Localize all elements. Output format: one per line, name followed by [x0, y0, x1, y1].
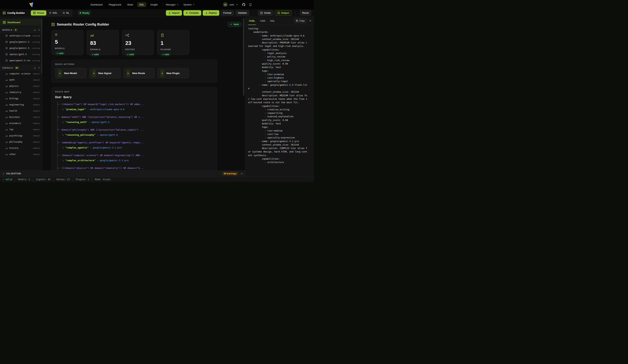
- app-window: DashboardPlaygroundBrainDSLInsight Manag…: [0, 0, 314, 182]
- validate-button[interactable]: Validate: [235, 10, 249, 16]
- route-node[interactable]: ├─(domain("computer science") OR domain(…: [58, 153, 214, 162]
- sidebar-item-physics[interactable]: physicsdomain: [0, 83, 42, 89]
- output-tab-dsl[interactable]: DSL: [270, 17, 275, 25]
- sidebar-item-qwen-qwen3-5-rocm[interactable]: qwen/qwen3.5-rocmcatalog: [0, 58, 42, 64]
- device-icon[interactable]: [249, 3, 252, 6]
- new-model-button[interactable]: +New Model: [55, 68, 86, 78]
- output-toggle-button[interactable]: Output: [275, 10, 292, 16]
- nav-dropdown-system[interactable]: System: [183, 3, 195, 6]
- import-button[interactable]: Import: [166, 10, 182, 16]
- sidebar-item-history[interactable]: historydomain: [0, 145, 42, 151]
- sidebar-item-anthropic-claude-[interactable]: anthropic/claude…catalog: [0, 33, 42, 39]
- guide-button[interactable]: Guide: [258, 10, 273, 16]
- output-tab-crd[interactable]: CRD: [260, 17, 265, 25]
- bars-icon: [5, 153, 8, 155]
- brand-logo-icon[interactable]: [29, 2, 34, 7]
- avatar[interactable]: co: [223, 2, 228, 7]
- route-node[interactable]: ├─(((domain("physics") OR domain("chemis…: [58, 166, 214, 170]
- main-content: Semantic Router Config Builder ✓ Valid 5…: [42, 17, 245, 170]
- main-scrollbar[interactable]: [243, 18, 244, 96]
- sidebar-item-tag: catalog: [32, 53, 40, 56]
- nav-link-brain[interactable]: Brain: [125, 2, 135, 7]
- sidebar-item-engineering[interactable]: engineeringdomain: [0, 102, 42, 108]
- nav-link-dsl[interactable]: DSL: [137, 2, 146, 7]
- route-node[interactable]: ├─(embedding("agentic_workflows") OR key…: [58, 141, 214, 149]
- sidebar-item-psychology[interactable]: psychologydomain: [0, 133, 42, 139]
- output-tab-yaml[interactable]: YAML: [249, 17, 255, 25]
- sidebar-item-tag: catalog: [32, 47, 40, 49]
- github-icon[interactable]: [242, 3, 245, 6]
- stat-label: PLUGINS: [160, 48, 186, 51]
- copy-button[interactable]: Copy: [294, 18, 307, 23]
- sidebar-item-tag: domain: [33, 73, 40, 75]
- nav-dropdown-manager[interactable]: Manager: [166, 3, 179, 6]
- route-model: openai/gpt5.4: [100, 133, 118, 137]
- stat-valid-badge: ✓ valid: [125, 53, 135, 56]
- reset-button[interactable]: Reset: [300, 10, 311, 16]
- route-node[interactable]: ├─((domain("law") OR keyword("legal_risk…: [58, 102, 214, 111]
- add-signals-button[interactable]: +: [33, 66, 36, 70]
- route-name: "complex_agentic": [65, 146, 89, 149]
- nav-dropdown-label: Manager: [166, 3, 175, 6]
- output-panel: YAMLCRDDSL Copy ✕ routing: modelCards: -…: [245, 17, 314, 177]
- sidebar-scrollbar[interactable]: [41, 19, 42, 74]
- nav-link-insight[interactable]: Insight: [148, 2, 160, 7]
- new-route-button[interactable]: +New Route: [123, 68, 155, 78]
- nav-dropdowns: ManagerSystem: [166, 3, 195, 6]
- elbow-arrow-icon: ↳: [62, 133, 64, 137]
- collapse-chevron-icon[interactable]: [38, 29, 40, 31]
- plus-icon: +: [126, 70, 130, 77]
- sidebar-item-economics[interactable]: economicsdomain: [0, 120, 42, 126]
- sidebar-item-health[interactable]: healthdomain: [0, 108, 42, 114]
- user-name[interactable]: core: [229, 3, 234, 6]
- sidebar-item-label: history: [9, 147, 31, 149]
- nav-link-playground[interactable]: Playground: [107, 2, 123, 7]
- sidebar-item-biology[interactable]: biologydomain: [0, 95, 42, 102]
- sidebar-item-label: law: [9, 128, 31, 131]
- sidebar-item-dashboard[interactable]: Dashboard: [0, 19, 42, 26]
- add-models-button[interactable]: +: [33, 28, 36, 32]
- validation-chevron-down-icon[interactable]: [241, 173, 243, 174]
- arrow-icon: →: [89, 120, 90, 124]
- sidebar-item-tag: domain: [33, 153, 40, 155]
- sidebar-item-business[interactable]: businessdomain: [0, 114, 42, 120]
- route-name: "complex_architecture": [65, 159, 96, 162]
- sidebar-item-google-gemini-2-[interactable]: google/gemini-2.…catalog: [0, 39, 42, 45]
- compile-button[interactable]: Compile: [183, 10, 201, 16]
- sidebar-item-label: business: [9, 116, 31, 118]
- copy-icon: [296, 20, 298, 22]
- yaml-viewer[interactable]: routing: modelCards: - name: anthropic/c…: [245, 25, 314, 177]
- route-node[interactable]: ├─domain("philosophy") AND (((projection…: [58, 128, 214, 137]
- route-map-root: User Query: [55, 96, 214, 99]
- chevron-down-icon: [193, 4, 195, 5]
- grid-icon: [51, 23, 55, 26]
- bars-icon: [5, 110, 8, 112]
- close-output-icon[interactable]: ✕: [309, 19, 312, 22]
- builder-title-label: Config Builder: [7, 11, 25, 14]
- nav-link-dashboard[interactable]: Dashboard: [88, 2, 105, 7]
- sidebar-item-other[interactable]: otherdomain: [0, 151, 42, 157]
- deploy-button[interactable]: Deploy: [203, 10, 219, 16]
- route-node[interactable]: ├─domain("math") AND ((projection("balan…: [58, 115, 214, 124]
- new-signal-button[interactable]: +New Signal: [89, 68, 121, 78]
- sidebar-item-openai-gpt5-4[interactable]: openai/gpt5.4catalog: [0, 51, 42, 58]
- collapse-chevron-icon[interactable]: [38, 67, 40, 69]
- sidebar-item-label: computer science: [9, 73, 31, 75]
- new-plugin-button[interactable]: +New Plugin: [157, 68, 189, 78]
- sidebar-item-math[interactable]: mathdomain: [0, 77, 42, 83]
- stat-value: 83: [90, 40, 115, 46]
- validation-bar[interactable]: ✓ VALIDATION 89 warnings: [0, 170, 245, 177]
- format-button[interactable]: Format: [221, 10, 234, 16]
- route-condition: (embedding("agentic_workflows") OR keywo…: [62, 141, 144, 144]
- sidebar-item-computer-science[interactable]: computer sciencedomain: [0, 71, 42, 77]
- guide-book-icon: [260, 12, 263, 14]
- sidebar-item-law[interactable]: lawdomain: [0, 126, 42, 133]
- mode-tab-nl[interactable]: NL: [60, 10, 72, 15]
- mode-tab-dsl[interactable]: DSL: [47, 10, 60, 15]
- user-chevron-down-icon[interactable]: [236, 4, 238, 5]
- mode-tab-visual[interactable]: Visual: [31, 10, 46, 15]
- sidebar-item-philosophy[interactable]: philosophydomain: [0, 139, 42, 145]
- sidebar-item-chemistry[interactable]: chemistrydomain: [0, 89, 42, 95]
- sidebar-item-google-gemini-3-[interactable]: google/gemini-3.…catalog: [0, 45, 42, 51]
- route-map-tree: ├─((domain("law") OR keyword("legal_risk…: [57, 101, 214, 170]
